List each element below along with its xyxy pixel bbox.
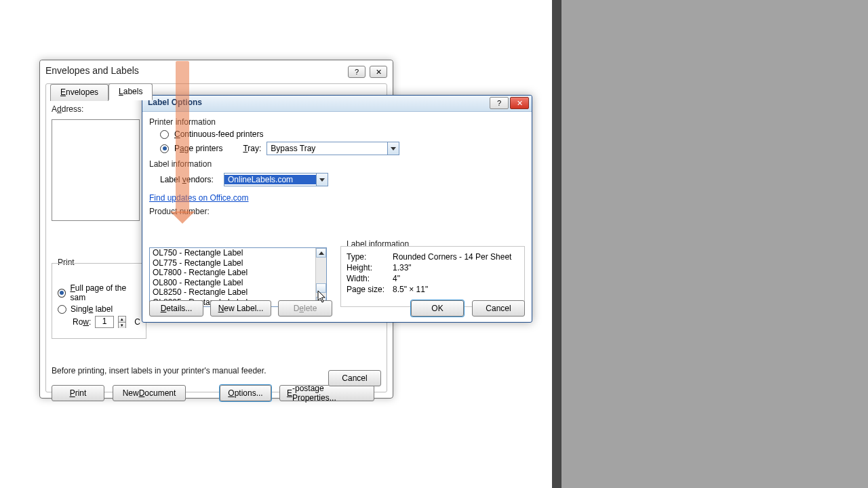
scrollbar-thumb[interactable] [316,283,326,293]
label-vendors-select[interactable]: OnlineLabels.com [224,173,328,186]
help-button[interactable]: ? [348,66,366,78]
tray-select[interactable]: Bypass Tray [267,142,399,155]
chevron-down-icon[interactable] [387,142,399,155]
cancel-button[interactable]: Cancel [328,370,381,386]
width-key: Width: [347,274,390,283]
pagesize-value: 8.5" × 11" [393,285,428,294]
delete-button: Delete [278,300,332,317]
close-button[interactable]: ✕ [370,66,387,78]
dialog-title: Envelopes and Labels [40,60,393,81]
listbox-scrollbar[interactable] [315,248,326,306]
list-item[interactable]: OL800 - Rectangle Label [150,278,315,288]
list-item[interactable]: OL750 - Rectangle Label [150,248,315,258]
print-button[interactable]: Print [52,385,104,401]
ok-button[interactable]: OK [411,300,464,317]
tray-label: Tray: [243,144,261,153]
tab-envelopes[interactable]: Envelopes [50,84,108,101]
triangle-up-icon [319,251,324,255]
product-number-label: Product number: [149,207,525,216]
epostage-properties-button[interactable]: E-postage Properties... [279,385,374,401]
radio-full-page-label: Full page of the sam [70,283,140,302]
list-item[interactable]: OL7800 - Rectangle Label [150,268,315,278]
tray-select-value: Bypass Tray [267,144,387,153]
label-options-dialog: Label Options ? ✕ Printer information Co… [142,95,532,323]
spinner-up-icon[interactable]: ▴ [119,317,125,323]
chevron-down-icon[interactable] [316,174,328,186]
new-label-button[interactable]: New Label... [210,300,271,317]
print-group: Full page of the sam Single label Row: 1… [52,263,146,339]
label-vendors-label: Label vendors: [160,175,218,184]
dialog-close-button[interactable]: ✕ [510,97,529,109]
label-information-box: Type:Rounded Corners - 14 Per Sheet Heig… [340,246,525,307]
list-item[interactable]: OL775 - Rectangle Label [150,258,315,268]
radio-page-printers[interactable] [160,144,169,153]
address-label: Address: [52,104,83,114]
height-key: Height: [347,263,390,272]
radio-continuous-feed[interactable] [160,130,169,139]
dialog-help-button[interactable]: ? [490,97,509,109]
address-textarea[interactable] [52,119,140,221]
width-value: 4" [393,274,400,283]
radio-single-label-label: Single label [71,304,113,314]
product-number-listbox[interactable]: OL750 - Rectangle Label OL775 - Rectangl… [149,247,327,307]
options-button[interactable]: Options... [220,385,271,401]
list-item[interactable]: OL8250 - Rectangle Label [150,287,315,298]
row-spinner[interactable]: 1 [95,316,114,328]
label-information-header: Label information [149,159,525,169]
scroll-up-button[interactable] [316,248,326,258]
radio-full-page[interactable] [58,289,66,298]
radio-page-printers-label: Page printers [174,144,222,153]
height-value: 1.33" [393,263,412,272]
background-light-panel [561,0,868,488]
printer-information-label: Printer information [149,117,525,127]
type-value: Rounded Corners - 14 Per Sheet [393,252,511,262]
tab-labels[interactable]: Labels [108,83,153,100]
radio-continuous-feed-label: Continuous-feed printers [174,129,263,139]
cancel-button[interactable]: Cancel [472,300,525,317]
find-updates-link[interactable]: Find updates on Office.com [149,193,525,203]
type-key: Type: [347,252,390,262]
radio-single-label[interactable] [58,305,66,314]
label-vendors-value: OnlineLabels.com [224,175,316,184]
pagesize-key: Page size: [347,285,390,294]
details-button[interactable]: Details... [149,300,203,317]
label-options-titlebar[interactable]: Label Options ? ✕ [142,96,532,112]
new-document-button[interactable]: New Document [113,385,186,401]
row-spinner-buttons[interactable]: ▴▾ [118,316,126,328]
col-label-partial: C [134,317,140,327]
label-options-title: Label Options [148,98,202,107]
spinner-down-icon[interactable]: ▾ [119,323,125,328]
before-printing-message: Before printing, insert labels in your p… [52,366,266,375]
row-label: Row: [73,317,91,327]
